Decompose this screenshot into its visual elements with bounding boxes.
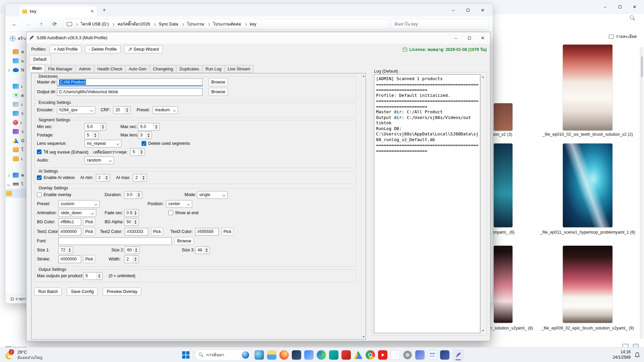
refresh-button[interactable]: ⟳ bbox=[50, 19, 60, 29]
mode-select[interactable]: single bbox=[197, 191, 228, 199]
file-label[interactable]: _file_ep011_scene1_hyperloop_problemyaml… bbox=[537, 229, 639, 235]
scrollbar[interactable] bbox=[640, 47, 643, 339]
stroke-pick-button[interactable]: Pick bbox=[83, 255, 95, 263]
lens-sequence-select[interactable]: no_repeat bbox=[85, 140, 121, 147]
overlay-preset-select[interactable]: custom bbox=[58, 200, 100, 208]
font-input[interactable] bbox=[58, 237, 172, 245]
log-scrollbar[interactable] bbox=[480, 74, 485, 333]
tab-duplicates[interactable]: Duplicates bbox=[176, 65, 202, 73]
size1-spinbox[interactable]: 72 bbox=[58, 246, 73, 254]
file-explorer-icon[interactable] bbox=[267, 350, 276, 360]
breadcrumb-item[interactable]: คอร์สติ๊กต๊อก2026 bbox=[117, 21, 150, 27]
breadcrumb-item[interactable]: Sync Data bbox=[159, 22, 178, 26]
master-dir-input[interactable]: C:/All Product bbox=[57, 78, 203, 86]
run-batch-button[interactable]: Run Batch bbox=[34, 288, 62, 296]
duration-spinbox[interactable]: 3.0 bbox=[124, 191, 142, 199]
remain-spinbox[interactable]: 5 bbox=[130, 148, 145, 156]
max-sec-spinbox[interactable]: 5.0 bbox=[138, 123, 160, 131]
taskbar-app-icon[interactable] bbox=[440, 350, 449, 360]
tab-auto-gen[interactable]: Auto Gen bbox=[126, 65, 150, 73]
back-button[interactable]: ← bbox=[9, 19, 19, 29]
focus-assist-bell-icon[interactable]: z bbox=[634, 352, 641, 358]
text3-color-input[interactable]: #555555 bbox=[195, 228, 219, 236]
tab-main[interactable]: Main bbox=[29, 64, 45, 73]
file-label[interactable]: _file_ep009_02_epic_brush_solution_v2yam… bbox=[537, 325, 639, 331]
stroke-width-spinbox[interactable]: 2 bbox=[124, 255, 139, 263]
tab-admin[interactable]: Admin bbox=[76, 65, 94, 73]
min-sec-spinbox[interactable]: 5.0 bbox=[85, 123, 106, 131]
tab-key[interactable]: key ✕ bbox=[19, 6, 97, 16]
maximize-button[interactable] bbox=[461, 5, 475, 15]
font-browse-button[interactable]: Browse bbox=[174, 237, 194, 245]
taskbar-search[interactable]: การค้นหา bbox=[195, 350, 252, 360]
tab-changelog[interactable]: Changelog bbox=[150, 65, 176, 73]
delete-used-checkbox[interactable]: Delete used segments bbox=[142, 141, 190, 146]
setup-wizard-button[interactable]: Setup Wizard bbox=[124, 45, 163, 53]
size2-spinbox[interactable]: 60 bbox=[125, 246, 140, 254]
details-pane-button[interactable]: รายละเอียด bbox=[609, 32, 637, 41]
forward-button[interactable]: → bbox=[23, 19, 33, 29]
firefox-icon[interactable] bbox=[279, 350, 289, 360]
fade-sec-spinbox[interactable]: 0.5 bbox=[124, 209, 139, 217]
scroll-up-arrow[interactable] bbox=[362, 73, 366, 78]
youtube-icon[interactable] bbox=[378, 350, 387, 360]
position-select[interactable]: center bbox=[166, 200, 192, 208]
maximize-button[interactable] bbox=[612, 1, 627, 12]
show-at-end-checkbox[interactable]: Show at end bbox=[168, 210, 199, 215]
text2-color-input[interactable]: #333333 bbox=[125, 228, 148, 236]
taskbar-app-icon[interactable] bbox=[292, 350, 301, 360]
taskbar-app-icon[interactable] bbox=[255, 350, 264, 360]
add-profile-button[interactable]: + Add Profile bbox=[50, 45, 82, 53]
tab-live-stream[interactable]: Live Stream bbox=[225, 65, 254, 73]
breadcrumb-item[interactable]: โปรแกรม bbox=[187, 21, 204, 27]
task-list-icon[interactable] bbox=[428, 350, 437, 360]
max-outputs-spinbox[interactable]: 5 bbox=[83, 272, 103, 280]
stroke-color-input[interactable]: #000000 bbox=[58, 255, 81, 263]
file-label[interactable]: onyaml_ (6) bbox=[492, 229, 536, 235]
expand-chevron-icon[interactable] bbox=[7, 174, 10, 177]
search-box[interactable]: ค้นหาใน key bbox=[391, 19, 489, 29]
output-browse-button[interactable]: Browse bbox=[209, 88, 228, 96]
notepad-icon[interactable] bbox=[390, 350, 400, 360]
minimize-button[interactable]: – bbox=[449, 33, 463, 43]
new-button[interactable]: สร้าง bbox=[18, 35, 27, 42]
taskbar-app-icon[interactable] bbox=[341, 350, 351, 360]
scroll-down-arrow[interactable] bbox=[481, 328, 485, 333]
size3-spinbox[interactable]: 48 bbox=[195, 246, 210, 254]
scroll-up-arrow[interactable] bbox=[481, 74, 485, 79]
clock[interactable]: 14:16 24/1/2569 bbox=[613, 350, 631, 360]
breadcrumb-item[interactable]: โปรแกรมตัดต่อ bbox=[213, 21, 241, 27]
animation-select[interactable]: slide_down bbox=[58, 209, 96, 217]
crf-spinbox[interactable]: 20 bbox=[113, 106, 130, 114]
ai-max-spinbox[interactable]: 2 bbox=[133, 174, 147, 182]
maximize-button[interactable] bbox=[463, 33, 476, 43]
file-thumbnail[interactable] bbox=[494, 103, 513, 131]
bg-alpha-spinbox[interactable]: 50 bbox=[124, 218, 139, 226]
file-label[interactable]: _file_ep010_02_six_teeth_brush_solution_… bbox=[537, 131, 639, 137]
minimize-button[interactable]: – bbox=[446, 5, 461, 15]
breadcrumb-item[interactable]: key bbox=[250, 22, 256, 26]
encoder-select[interactable]: h264_qsv bbox=[57, 106, 95, 114]
tab-health-check[interactable]: Health Check bbox=[94, 65, 126, 73]
file-label[interactable]: tion_v2 (3) bbox=[492, 131, 533, 137]
minimize-button[interactable]: – bbox=[598, 1, 612, 12]
enable-overlay-checkbox[interactable]: Enable overlay bbox=[37, 192, 71, 197]
form-scrollbar[interactable] bbox=[361, 73, 366, 339]
footage-spinbox[interactable]: 5 bbox=[85, 131, 99, 139]
close-button[interactable]: ✕ bbox=[627, 1, 642, 12]
profile-tab-default[interactable]: Default bbox=[29, 55, 51, 63]
file-thumbnail-teeth[interactable] bbox=[563, 45, 612, 130]
bg-color-pick-button[interactable]: Pick bbox=[83, 218, 95, 226]
start-button[interactable] bbox=[180, 349, 192, 361]
text1-color-input[interactable]: #000000 bbox=[58, 228, 81, 236]
weather-widget[interactable]: 2 29°C มีแดดส่วนใหญ่ bbox=[2, 349, 45, 361]
scroll-down-arrow[interactable] bbox=[362, 334, 366, 339]
file-thumbnail-teeth-lower[interactable] bbox=[563, 246, 612, 323]
tab-close-icon[interactable]: ✕ bbox=[91, 9, 94, 14]
file-thumbnail[interactable] bbox=[494, 143, 513, 227]
audio-select[interactable]: random bbox=[85, 157, 114, 164]
preview-overlay-button[interactable]: Preview Overlay bbox=[103, 288, 141, 296]
max-lens-spinbox[interactable]: 3 bbox=[138, 131, 152, 139]
save-config-button[interactable]: Save Config bbox=[67, 288, 98, 296]
google-drive-icon[interactable] bbox=[354, 351, 363, 359]
